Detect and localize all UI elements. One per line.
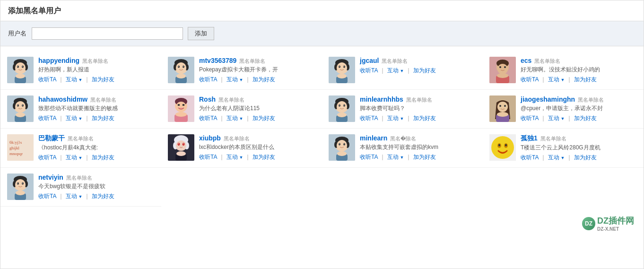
- listen-ta-link[interactable]: 收听TA: [521, 76, 539, 84]
- username-input[interactable]: [32, 27, 183, 40]
- user-actions: 收听TA ｜ 互动 ▼ ｜ 加为好友: [360, 153, 476, 161]
- svg-point-77: [343, 104, 345, 107]
- svg-point-54: [15, 101, 26, 113]
- interact-arrow[interactable]: ▼: [239, 116, 243, 121]
- interact-arrow[interactable]: ▼: [400, 69, 404, 73]
- user-name[interactable]: mtv3563789: [199, 57, 236, 64]
- interact-arrow[interactable]: ▼: [560, 116, 565, 121]
- add-friend-link[interactable]: 加为好友: [92, 76, 114, 84]
- svg-point-75: [337, 101, 347, 113]
- interact-link[interactable]: 互动: [66, 76, 77, 84]
- user-name[interactable]: 巴勒蒙干: [38, 134, 65, 143]
- listen-ta-link[interactable]: 收听TA: [360, 153, 378, 161]
- blacklist-remove-link[interactable]: 黑名单除名: [82, 58, 108, 64]
- listen-ta-link[interactable]: 收听TA: [521, 114, 539, 122]
- svg-point-21: [183, 66, 184, 68]
- add-friend-link[interactable]: 加为好友: [574, 76, 597, 84]
- add-friend-link[interactable]: 加为好友: [252, 114, 275, 122]
- interact-arrow[interactable]: ▼: [78, 116, 82, 121]
- blacklist-remove-link[interactable]: 黑名单除名: [90, 97, 116, 103]
- interact-arrow[interactable]: ▼: [239, 155, 243, 160]
- add-friend-link[interactable]: 加为好友: [574, 114, 597, 122]
- svg-point-101: [178, 143, 179, 144]
- svg-point-60: [16, 113, 25, 117]
- interact-dropdown: ▼: [78, 116, 82, 121]
- user-name-row: happyending 黑名单除名: [38, 57, 155, 65]
- user-name[interactable]: minlearn: [360, 134, 387, 142]
- sep1: ｜: [58, 154, 64, 162]
- add-friend-link[interactable]: 加为好友: [413, 114, 436, 122]
- user-actions: 收听TA ｜ 互动 ▼ ｜ 加为好友: [521, 154, 637, 162]
- blacklist-remove-link[interactable]: 黑名单除名: [382, 58, 408, 64]
- interact-link[interactable]: 互动: [226, 153, 238, 161]
- listen-ta-link[interactable]: 收听TA: [38, 114, 56, 122]
- blacklist-remove-link[interactable]: 黑名单除名: [218, 97, 244, 103]
- add-friend-link[interactable]: 加为好友: [574, 154, 597, 162]
- user-name[interactable]: netviyin: [38, 174, 63, 181]
- brand-logo: DZ DZ插件网 DZ-X.NET: [582, 215, 634, 232]
- blacklist-remove-link[interactable]: 黑名单除名: [540, 136, 566, 141]
- add-friend-link[interactable]: 加为好友: [92, 114, 114, 122]
- interact-link[interactable]: 互动: [66, 154, 77, 162]
- interact-link[interactable]: 互动: [66, 114, 77, 122]
- blacklist-remove-link[interactable]: 黑名单除名: [534, 58, 560, 64]
- add-friend-link[interactable]: 加为好友: [413, 153, 436, 161]
- user-name[interactable]: hahawoshidmw: [38, 95, 87, 103]
- interact-arrow[interactable]: ▼: [400, 155, 404, 160]
- listen-ta-link[interactable]: 收听TA: [199, 153, 217, 161]
- blacklist-remove-link[interactable]: 黑名单除名: [224, 136, 250, 141]
- user-name[interactable]: happyending: [38, 57, 79, 64]
- interact-link[interactable]: 互动: [548, 114, 559, 122]
- interact-arrow[interactable]: ▼: [560, 156, 565, 160]
- user-name[interactable]: jiaogeshaminghn: [521, 95, 575, 103]
- blacklist-remove-link[interactable]: 黑名单除名: [406, 97, 432, 103]
- user-name[interactable]: Rosh: [199, 95, 216, 103]
- user-name[interactable]: ecs: [521, 57, 531, 64]
- blacklist-remove-link[interactable]: 黑名单除名: [68, 136, 94, 141]
- svg-point-57: [17, 105, 18, 105]
- blacklist-remove-link[interactable]: 黑名单除名: [578, 97, 604, 103]
- user-name[interactable]: 孤独1: [521, 134, 538, 143]
- svg-point-43: [497, 64, 508, 74]
- user-info: minlearn 黑名�除名 本贴收集支持可嵌套虚拟的kvm 收听TA ｜ 互动…: [360, 134, 476, 161]
- user-card: 6k:yj}s ghijkl mnopqr 巴勒蒙干 黑名单除名 《hostlo…: [0, 129, 161, 168]
- blacklist-remove-link[interactable]: 黑名单除名: [66, 175, 92, 181]
- interact-link[interactable]: 互动: [226, 114, 238, 122]
- blacklist-remove-link[interactable]: 黑名单除名: [239, 58, 265, 64]
- listen-ta-link[interactable]: 收听TA: [38, 76, 56, 84]
- interact-link[interactable]: 互动: [548, 76, 559, 84]
- interact-arrow[interactable]: ▼: [239, 78, 243, 82]
- interact-arrow[interactable]: ▼: [78, 194, 82, 199]
- interact-arrow[interactable]: ▼: [78, 78, 82, 82]
- interact-link[interactable]: 互动: [387, 67, 399, 75]
- user-info: jiaogeshaminghn 黑名单除名 @cpuer，申请版主，承诺永不封 …: [521, 95, 637, 122]
- interact-link[interactable]: 互动: [66, 192, 77, 200]
- interact-link[interactable]: 互动: [548, 154, 559, 162]
- interact-arrow[interactable]: ▼: [400, 116, 404, 121]
- listen-ta-link[interactable]: 收听TA: [38, 154, 56, 162]
- listen-ta-link[interactable]: 收听TA: [38, 192, 56, 200]
- blacklist-remove-link[interactable]: 黑名�除名: [390, 136, 416, 141]
- listen-ta-link[interactable]: 收听TA: [360, 67, 378, 75]
- listen-ta-link[interactable]: 收听TA: [199, 114, 217, 122]
- interact-arrow[interactable]: ▼: [560, 78, 565, 82]
- interact-link[interactable]: 互动: [226, 76, 238, 84]
- add-friend-link[interactable]: 加为好友: [92, 154, 114, 162]
- user-name[interactable]: xiubpb: [199, 134, 221, 142]
- interact-link[interactable]: 互动: [387, 153, 399, 161]
- listen-ta-link[interactable]: 收听TA: [521, 154, 539, 162]
- add-friend-link[interactable]: 加为好友: [252, 76, 275, 84]
- interact-link[interactable]: 互动: [387, 114, 399, 122]
- user-name[interactable]: jgcaul: [360, 57, 379, 64]
- add-friend-link[interactable]: 加为好友: [92, 192, 114, 200]
- user-name[interactable]: minlearnhhbs: [360, 95, 403, 103]
- listen-ta-link[interactable]: 收听TA: [199, 76, 217, 84]
- interact-arrow[interactable]: ▼: [78, 156, 82, 160]
- add-friend-link[interactable]: 加为好友: [252, 153, 275, 161]
- blacklist-remove: 黑名单除名: [534, 58, 560, 65]
- add-button[interactable]: 添加: [188, 27, 214, 40]
- svg-point-130: [15, 179, 26, 191]
- listen-ta-link[interactable]: 收听TA: [360, 114, 378, 122]
- footer-brand: DZ DZ插件网 DZ-X.NET: [0, 211, 644, 236]
- add-friend-link[interactable]: 加为好友: [413, 67, 436, 75]
